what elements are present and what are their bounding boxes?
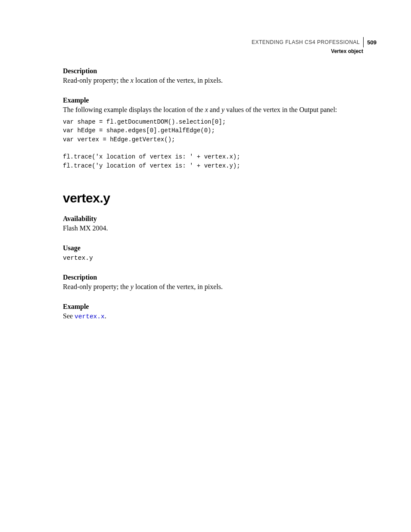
chapter-title: Vertex object bbox=[252, 48, 363, 54]
api-heading-vertex-y: vertex.y bbox=[63, 191, 377, 205]
variable-x: x bbox=[131, 77, 134, 84]
text-fragment: and bbox=[208, 106, 221, 113]
variable-x: x bbox=[205, 106, 208, 113]
code-inline: vertex.y bbox=[63, 255, 93, 261]
text-fragment: See bbox=[63, 312, 75, 320]
text-fragment: location of the vertex, in pixels. bbox=[134, 283, 223, 290]
text-fragment: The following example displays the locat… bbox=[63, 106, 205, 113]
book-title: EXTENDING FLASH CS4 PROFESSIONAL bbox=[252, 39, 360, 45]
variable-y: y bbox=[131, 283, 134, 290]
text-fragment: location of the vertex, in pixels. bbox=[134, 77, 223, 84]
running-header: EXTENDING FLASH CS4 PROFESSIONAL 509 Ver… bbox=[252, 37, 377, 54]
page-number: 509 bbox=[367, 39, 377, 46]
availability-heading: Availability bbox=[63, 215, 377, 223]
code-block: var shape = fl.getDocumentDOM().selectio… bbox=[63, 118, 377, 170]
content-area: Description Read-only property; the x lo… bbox=[63, 67, 377, 321]
example-intro: The following example displays the locat… bbox=[63, 105, 377, 115]
variable-y: y bbox=[221, 106, 224, 113]
example-heading: Example bbox=[63, 303, 377, 311]
usage-code: vertex.y bbox=[63, 253, 377, 263]
description-text: Read-only property; the y location of th… bbox=[63, 282, 377, 292]
text-fragment: Read-only property; the bbox=[63, 77, 131, 84]
availability-text: Flash MX 2004. bbox=[63, 224, 377, 233]
header-line1: EXTENDING FLASH CS4 PROFESSIONAL 509 bbox=[252, 37, 377, 47]
text-fragment: Read-only property; the bbox=[63, 283, 131, 290]
description-text: Read-only property; the x location of th… bbox=[63, 76, 377, 85]
page: EXTENDING FLASH CS4 PROFESSIONAL 509 Ver… bbox=[0, 0, 411, 532]
text-fragment: values of the vertex in the Output panel… bbox=[224, 106, 337, 113]
description-heading: Description bbox=[63, 274, 377, 281]
header-separator bbox=[363, 37, 364, 47]
description-heading: Description bbox=[63, 67, 377, 75]
usage-heading: Usage bbox=[63, 244, 377, 252]
example-text: See vertex.x. bbox=[63, 311, 377, 321]
crossref-link-vertex-x[interactable]: vertex.x bbox=[75, 313, 105, 320]
example-heading: Example bbox=[63, 96, 377, 104]
text-fragment: . bbox=[105, 312, 106, 320]
